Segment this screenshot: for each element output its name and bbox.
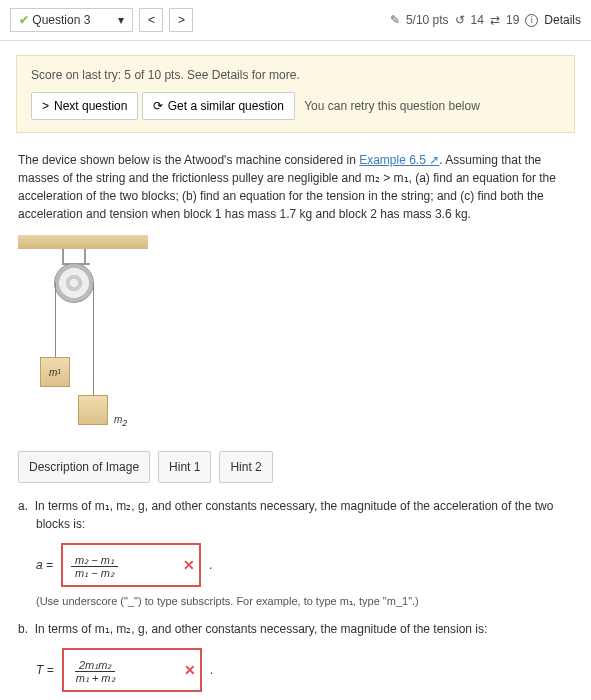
mass-1: m1 [40,357,70,387]
score-text: Score on last try: 5 of 10 pts. See Deta… [31,68,560,82]
atwood-diagram: m1 m2 [18,235,158,435]
next-question-button[interactable]: > [169,8,193,32]
prev-question-button[interactable]: < [139,8,163,32]
question-label: Question 3 [32,13,90,27]
points-label: 5/10 pts [406,13,449,27]
mass-2 [78,395,108,425]
tab-hint-1[interactable]: Hint 1 [158,451,211,483]
answer-a-input[interactable]: m₂ − m₁m₁ − m₂ ✕ [61,543,201,587]
example-link[interactable]: Example 6.5 ↗ [359,153,439,167]
score-box: Score on last try: 5 of 10 pts. See Deta… [16,55,575,133]
answer-b-input[interactable]: 2m₁m₂m₁ + m₂ ✕ [62,648,202,692]
part-b: b. In terms of m₁, m₂, g, and other cons… [18,620,573,638]
question-selector[interactable]: ✔ Question 3 ▾ [10,8,133,32]
attempts-total: 19 [506,13,519,27]
wrong-icon: ✕ [183,555,195,576]
subscript-note: (Use underscore ("_") to type subscripts… [36,593,573,610]
external-icon: ↗ [429,153,439,167]
problem-text: The device shown below is the Atwood's m… [18,151,573,223]
chevron-down-icon: ▾ [118,13,124,27]
var-t: T = [36,661,54,679]
details-link[interactable]: Details [544,13,581,27]
tab-hint-2[interactable]: Hint 2 [219,451,272,483]
next-question-link[interactable]: > Next question [31,92,138,120]
question-header: ✔ Question 3 ▾ < > ✎ 5/10 pts ↺ 14 ⇄ 19 … [0,0,591,41]
period: . [209,556,212,574]
problem-body: The device shown below is the Atwood's m… [0,147,591,700]
similar-question-button[interactable]: ⟳ Get a similar question [142,92,295,120]
info-icon: i [525,14,538,27]
retry-icon: ↺ [455,13,465,27]
reload-icon: ⟳ [153,99,163,113]
stats: ✎ 5/10 pts ↺ 14 ⇄ 19 i Details [390,13,581,27]
var-a: a = [36,556,53,574]
tab-description[interactable]: Description of Image [18,451,150,483]
edit-icon: ✎ [390,13,400,27]
mass-2-label: m2 [114,412,127,431]
wrong-icon: ✕ [184,659,196,680]
hint-tabs: Description of Image Hint 1 Hint 2 [18,451,573,483]
period: . [210,661,213,679]
check-icon: ✔ [19,13,29,27]
attempts-used: 14 [471,13,484,27]
part-a: a. In terms of m₁, m₂, g, and other cons… [18,497,573,533]
swap-icon: ⇄ [490,13,500,27]
retry-text: You can retry this question below [304,99,480,113]
